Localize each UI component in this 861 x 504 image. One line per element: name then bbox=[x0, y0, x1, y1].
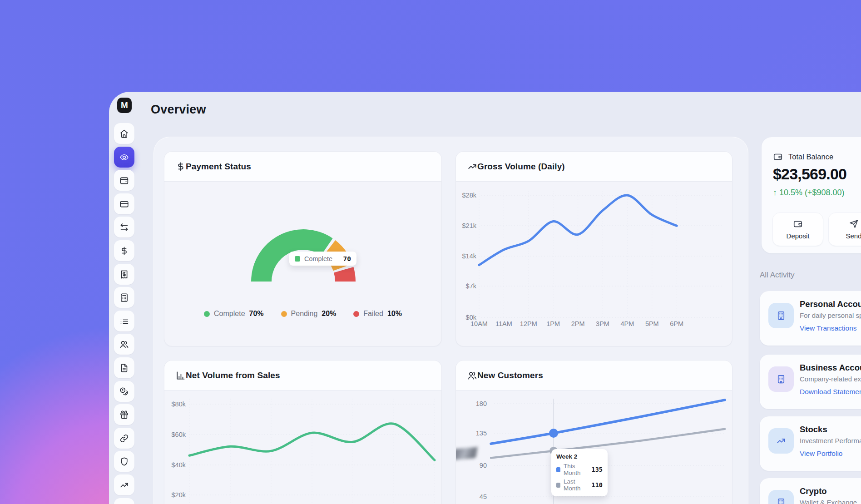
sidebar-item-calculator[interactable] bbox=[114, 287, 134, 308]
sidebar-item-list[interactable] bbox=[114, 311, 134, 331]
last-month-swatch bbox=[556, 483, 560, 488]
sidebar-item-trending-up[interactable] bbox=[114, 474, 134, 495]
this-month-swatch bbox=[556, 467, 560, 472]
view-portfolio-link[interactable]: View Portfolio bbox=[800, 450, 842, 458]
tooltip-label: Last Month bbox=[564, 478, 589, 492]
sidebar-item-users[interactable] bbox=[114, 334, 134, 355]
send-button[interactable]: Send bbox=[828, 212, 861, 246]
send-label: Send bbox=[846, 232, 861, 240]
svg-text:$28k: $28k bbox=[462, 192, 477, 199]
credit-card-icon bbox=[119, 199, 129, 209]
svg-text:$14k: $14k bbox=[462, 252, 477, 260]
trending-up-icon bbox=[119, 480, 129, 490]
sidebar-item-box[interactable] bbox=[114, 498, 134, 504]
sidebar-item-arrows-left-right[interactable] bbox=[114, 217, 134, 237]
new-customers-body: 1801359045 Week 2 This Month 135 Last Mo… bbox=[456, 390, 732, 504]
activity-subtitle: Wallet & Exchange bbox=[800, 499, 857, 504]
gross-volume-line-chart: $28k$21k$14k$7k$0k10AM11AM12PM1PM2PM3PM4… bbox=[456, 182, 732, 346]
net-volume-header: Net Volume from Sales bbox=[164, 361, 441, 390]
svg-text:12PM: 12PM bbox=[520, 320, 537, 327]
sidebar-item-link[interactable] bbox=[114, 428, 134, 449]
activity-card-stocks[interactable]: Stocks Investment Performance View Portf… bbox=[760, 416, 861, 471]
legend-item-pending: Pending 20% bbox=[281, 310, 336, 318]
card-title: Gross Volume (Daily) bbox=[477, 162, 565, 172]
building-icon bbox=[768, 366, 794, 392]
legend-value: 20% bbox=[322, 310, 336, 318]
failed-dot-icon bbox=[353, 311, 359, 317]
legend-value: 10% bbox=[387, 310, 402, 318]
list-icon bbox=[119, 316, 129, 326]
svg-text:11AM: 11AM bbox=[495, 320, 512, 327]
sidebar-item-wallet[interactable] bbox=[114, 170, 134, 191]
sidebar-item-home[interactable] bbox=[114, 123, 134, 144]
legend-label: Pending bbox=[291, 310, 318, 318]
sidebar-item-receipt[interactable] bbox=[114, 264, 134, 285]
svg-text:4PM: 4PM bbox=[620, 320, 634, 327]
net-volume-body: $80k$60k$40k$20k bbox=[164, 390, 441, 504]
svg-text:$21k: $21k bbox=[462, 222, 477, 229]
svg-text:1PM: 1PM bbox=[546, 320, 560, 327]
activity-title: Crypto bbox=[800, 486, 827, 496]
send-icon bbox=[849, 219, 859, 229]
tooltip-title: Week 2 bbox=[556, 453, 603, 460]
gross-volume-header: Gross Volume (Daily) bbox=[456, 152, 732, 182]
trending-up-icon bbox=[768, 428, 794, 454]
tooltip-label: Complete bbox=[304, 255, 332, 262]
sidebar-item-file-text[interactable] bbox=[114, 357, 134, 378]
card-title: Payment Status bbox=[186, 162, 251, 172]
tooltip-row-last-month: Last Month 110 bbox=[556, 478, 603, 492]
legend-value: 70% bbox=[249, 310, 264, 318]
svg-text:$80k: $80k bbox=[172, 400, 186, 408]
view-transactions-link[interactable]: View Transactions bbox=[800, 324, 857, 332]
wallet-icon bbox=[773, 152, 783, 162]
payment-status-body: Complete 70 Complete 70% Pending 20% Fai… bbox=[164, 182, 441, 346]
coins-icon bbox=[119, 387, 129, 396]
complete-color-swatch bbox=[295, 256, 300, 262]
building-icon bbox=[768, 490, 794, 504]
calculator-icon bbox=[119, 293, 129, 302]
page-title: Overview bbox=[151, 103, 206, 117]
svg-text:$60k: $60k bbox=[172, 431, 186, 438]
tooltip-row-this-month: This Month 135 bbox=[556, 463, 603, 476]
sidebar-item-credit-card[interactable] bbox=[114, 193, 134, 214]
svg-text:5PM: 5PM bbox=[645, 320, 659, 327]
new-customers-card: New Customers 1801359045 Week 2 This Mon… bbox=[455, 360, 732, 504]
eye-icon bbox=[119, 153, 129, 162]
dollar-sign-icon bbox=[119, 246, 129, 256]
svg-text:$40k: $40k bbox=[172, 461, 186, 469]
home-icon bbox=[119, 129, 129, 138]
all-activity-heading: All Activity bbox=[760, 271, 795, 280]
activity-card-personal-account[interactable]: Personal Account For daily personal spen… bbox=[760, 291, 861, 346]
sidebar-item-dollar-sign[interactable] bbox=[114, 240, 134, 261]
payment-status-card: Payment Status Complete 70 Complete 70% … bbox=[164, 151, 442, 346]
sidebar-item-coins[interactable] bbox=[114, 381, 134, 402]
balance-change: ↑ 10.5% (+$908.00) bbox=[773, 188, 845, 198]
card-title: Net Volume from Sales bbox=[186, 371, 280, 380]
tooltip-value: 135 bbox=[592, 466, 603, 473]
new-customers-header: New Customers bbox=[456, 361, 732, 390]
payment-status-legend: Complete 70% Pending 20% Failed 10% bbox=[164, 310, 441, 318]
sidebar-item-shield[interactable] bbox=[114, 451, 134, 472]
activity-card-business-account[interactable]: Business Account Company-related expense… bbox=[760, 355, 861, 409]
deposit-button[interactable]: Deposit bbox=[772, 212, 823, 246]
activity-subtitle: Investment Performance bbox=[800, 437, 861, 445]
activity-subtitle: For daily personal spending bbox=[800, 311, 861, 319]
svg-text:3PM: 3PM bbox=[596, 320, 609, 327]
trending-up-icon bbox=[467, 162, 477, 172]
file-text-icon bbox=[119, 363, 129, 373]
app-logo[interactable]: M bbox=[117, 98, 132, 113]
legend-item-failed: Failed 10% bbox=[353, 310, 402, 318]
payment-status-header: Payment Status bbox=[164, 152, 441, 182]
download-statements-link[interactable]: Download Statements bbox=[800, 388, 861, 396]
activity-card-crypto[interactable]: Crypto Wallet & Exchange bbox=[760, 478, 861, 504]
sidebar-item-gift[interactable] bbox=[114, 404, 134, 425]
svg-text:$20k: $20k bbox=[172, 491, 186, 499]
balance-label: Total Balance bbox=[788, 153, 833, 161]
sidebar-item-eye[interactable] bbox=[114, 147, 134, 168]
gross-volume-body: $28k$21k$14k$7k$0k10AM11AM12PM1PM2PM3PM4… bbox=[456, 182, 732, 346]
net-volume-line-chart: $80k$60k$40k$20k bbox=[164, 390, 442, 504]
svg-text:6PM: 6PM bbox=[670, 320, 683, 327]
shield-icon bbox=[119, 457, 129, 466]
wallet-icon bbox=[119, 176, 129, 185]
dashboard-container: Payment Status Complete 70 Complete 70% … bbox=[153, 137, 748, 504]
